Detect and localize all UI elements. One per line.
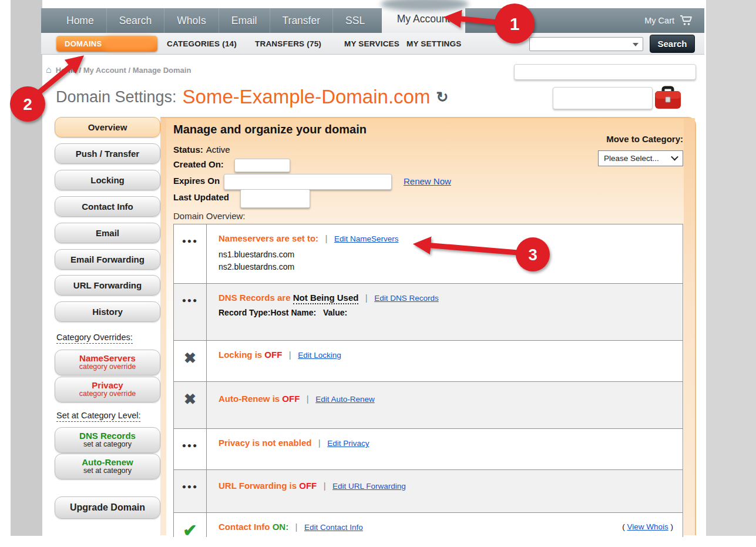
tab-search[interactable]: Search (106, 8, 164, 33)
override-title: Privacy (92, 381, 123, 391)
updated-line: Last Updated (173, 192, 229, 202)
sidebar-item-history[interactable]: History (55, 301, 160, 322)
edit-auto-renew-link[interactable]: Edit Auto-Renew (315, 395, 375, 404)
sidebar-item-email[interactable]: Email (55, 223, 160, 243)
row-body: Privacy is not enabled | Edit Privacy (207, 429, 683, 469)
sidebar-item-overview[interactable]: Overview (55, 117, 160, 137)
sidebar-item-locking[interactable]: Locking (55, 170, 160, 190)
domain-overview-table: ●●● Nameservers are set to: | Edit NameS… (173, 224, 683, 547)
page: Home Search WhoIs Email Transfer SSL My … (0, 0, 756, 547)
breadcrumb[interactable]: ⌂ Home / My Account / Manage Domain (46, 65, 191, 75)
edit-nameservers-link[interactable]: Edit NameServers (334, 234, 399, 243)
separator: | (318, 438, 321, 448)
override-subtitle: category override (79, 390, 136, 398)
move-to-category-select[interactable]: Please Select... (598, 150, 683, 166)
override-title: NameServers (79, 354, 136, 364)
row-title: Auto-Renew is (219, 394, 282, 404)
row-title: Nameservers are set to: (219, 233, 318, 243)
subnav-search-button[interactable]: Search (650, 35, 695, 53)
separator: | (307, 394, 309, 404)
category-subtitle: set at category (83, 467, 132, 475)
home-icon: ⌂ (46, 65, 52, 75)
sidebar-item-push-transfer[interactable]: Push / Transfer (55, 143, 160, 164)
sidebar-item-contact-info[interactable]: Contact Info (55, 196, 160, 217)
table-row-nameservers: ●●● Nameservers are set to: | Edit NameS… (174, 224, 683, 284)
separator: | (295, 522, 298, 532)
top-nav-tabs: Home Search WhoIs Email Transfer SSL (41, 8, 704, 33)
row-body: URL Forwarding is OFF | Edit URL Forward… (207, 470, 683, 512)
row-title: Privacy is not enabled (219, 438, 311, 448)
domain-overview-label: Domain Overview: (173, 211, 246, 221)
subnav-my-settings[interactable]: MY SETTINGS (406, 39, 461, 48)
category-subtitle: set at category (83, 441, 132, 449)
nameserver-2: ns2.bluestardns.com (219, 261, 672, 273)
row-status: OFF (264, 350, 282, 360)
search-input[interactable] (531, 38, 631, 50)
subnav-categories[interactable]: CATEGORIES (14) (167, 39, 237, 48)
updated-label: Last Updated (173, 192, 229, 202)
sidebar-item-upgrade-domain[interactable]: Upgrade Domain (55, 496, 160, 519)
redacted-info-box (553, 87, 653, 109)
tab-whois[interactable]: WhoIs (164, 8, 219, 33)
view-whois-link[interactable]: View Whois (627, 522, 668, 531)
row-icon-cell: ●●● (174, 284, 207, 340)
ellipsis-icon: ●●● (182, 482, 199, 512)
subnav-my-services[interactable]: MY SERVICES (344, 39, 399, 48)
edit-dns-records-link[interactable]: Edit DNS Records (374, 294, 439, 303)
category-title: DNS Records (79, 431, 136, 441)
created-label: Created On: (173, 159, 224, 169)
sidebar-item-nameservers-override[interactable]: NameServers category override (55, 350, 160, 375)
category-overrides-label: Category Overrides: (56, 333, 133, 342)
row-icon-cell: ●●● (174, 224, 207, 283)
move-to-category-label: Move to Category: (587, 134, 683, 144)
sidebar-item-dns-records-category[interactable]: DNS Records set at category (55, 427, 160, 453)
page-title-prefix: Domain Settings: (56, 88, 177, 106)
edit-contact-info-link[interactable]: Edit Contact Info (304, 523, 363, 532)
renew-now-link[interactable]: Renew Now (404, 176, 451, 186)
sidebar-item-email-forwarding[interactable]: Email Forwarding (55, 249, 160, 270)
tab-email[interactable]: Email (219, 8, 270, 33)
row-title: URL Forwarding is (219, 481, 299, 491)
status-line: Status:Active (173, 145, 230, 155)
separator: | (365, 293, 368, 303)
status-label: Status: (173, 145, 203, 155)
expires-label: Expires On (173, 176, 220, 186)
row-body: Auto-Renew is OFF | Edit Auto-Renew (207, 382, 683, 428)
subnav-transfers[interactable]: TRANSFERS (75) (255, 39, 321, 48)
ellipsis-icon: ●●● (182, 296, 199, 340)
sidebar-item-url-forwarding[interactable]: URL Forwarding (55, 275, 160, 296)
refresh-icon[interactable]: ↻ (436, 89, 448, 106)
x-icon: ✖ (184, 350, 196, 381)
row-status: OFF (282, 394, 300, 404)
my-cart-button[interactable]: My Cart (644, 8, 694, 33)
table-row-url-forwarding: ●●● URL Forwarding is OFF | Edit URL For… (174, 470, 683, 513)
row-body: Nameservers are set to: | Edit NameServe… (207, 224, 683, 283)
row-icon-cell: ●●● (174, 429, 207, 469)
section-heading: Manage and organize your domain (173, 123, 367, 136)
separator: | (325, 233, 328, 243)
edit-privacy-link[interactable]: Edit Privacy (327, 439, 369, 448)
edit-url-forwarding-link[interactable]: Edit URL Forwarding (332, 482, 406, 491)
select-value: Please Select... (604, 154, 659, 163)
my-cart-label: My Cart (644, 16, 674, 25)
row-icon-cell: ●●● (174, 470, 207, 512)
redaction-smudge (103, 37, 155, 51)
tab-ssl[interactable]: SSL (332, 8, 377, 33)
panel-right-border (684, 118, 695, 535)
edit-locking-link[interactable]: Edit Locking (298, 351, 341, 360)
view-whois: ( View Whois ) (622, 522, 673, 531)
sidebar-item-privacy-override[interactable]: Privacy category override (55, 377, 160, 402)
panel-left-border (160, 118, 166, 535)
row-body: Locking is OFF | Edit Locking (207, 341, 683, 381)
sidebar-item-auto-renew-category[interactable]: Auto-Renew set at category (55, 454, 160, 479)
dropdown-arrow-icon[interactable] (633, 43, 639, 46)
row-status: Not Being Used (293, 293, 359, 304)
search-combobox[interactable] (529, 37, 643, 51)
separator: | (289, 350, 291, 360)
toolbox-icon[interactable] (653, 83, 683, 110)
table-row-dns-records: ●●● DNS Records are Not Being Used | Edi… (174, 284, 683, 341)
row-title: Locking is (219, 350, 264, 360)
tab-home[interactable]: Home (54, 8, 106, 33)
tab-transfer[interactable]: Transfer (270, 8, 333, 33)
bottom-strip (0, 537, 756, 547)
